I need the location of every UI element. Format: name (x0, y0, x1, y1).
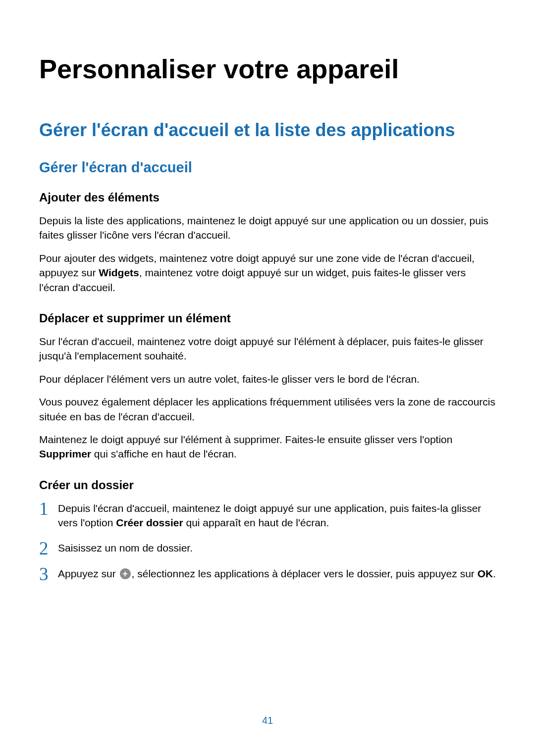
body-text: Sur l'écran d'accueil, maintenez votre d… (39, 334, 496, 363)
section-title: Gérer l'écran d'accueil et la liste des … (39, 120, 496, 141)
plus-icon (120, 568, 131, 579)
step-number: 1 (39, 496, 49, 522)
step-number: 3 (39, 561, 49, 587)
step-list: 1 Depuis l'écran d'accueil, maintenez le… (39, 501, 496, 581)
topic-ajouter: Ajouter des éléments Depuis la liste des… (39, 191, 496, 295)
text-span: Appuyez sur (58, 568, 119, 579)
topic-creer: Créer un dossier 1 Depuis l'écran d'accu… (39, 478, 496, 581)
bold-text: OK (478, 568, 493, 579)
chapter-title: Personnaliser votre appareil (39, 53, 496, 84)
step-number: 2 (39, 536, 49, 561)
text-span: Maintenez le doigt appuyé sur l'élément … (39, 434, 452, 445)
topic-title-ajouter: Ajouter des éléments (39, 191, 496, 204)
subsection-title: Gérer l'écran d'accueil (39, 159, 496, 176)
body-text: Pour ajouter des widgets, maintenez votr… (39, 251, 496, 295)
step-item-1: 1 Depuis l'écran d'accueil, maintenez le… (39, 501, 496, 530)
step-item-3: 3 Appuyez sur , sélectionnez les applica… (39, 566, 496, 581)
step-item-2: 2 Saisissez un nom de dossier. (39, 541, 496, 555)
topic-title-creer: Créer un dossier (39, 478, 496, 492)
body-text: Pour déplacer l'élément vers un autre vo… (39, 372, 496, 386)
text-span: Saisissez un nom de dossier. (58, 542, 193, 554)
text-span: qui s'affiche en haut de l'écran. (91, 448, 237, 459)
topic-deplacer: Déplacer et supprimer un élément Sur l'é… (39, 311, 496, 461)
bold-text: Supprimer (39, 448, 91, 459)
topic-title-deplacer: Déplacer et supprimer un élément (39, 311, 496, 325)
body-text: Vous pouvez également déplacer les appli… (39, 395, 496, 424)
body-text: Maintenez le doigt appuyé sur l'élément … (39, 432, 496, 461)
page-number: 41 (0, 715, 535, 726)
text-span: . (493, 568, 496, 579)
bold-text: Widgets (99, 267, 139, 278)
text-span: qui apparaît en haut de l'écran. (183, 517, 329, 528)
body-text: Depuis la liste des applications, mainte… (39, 213, 496, 243)
bold-text: Créer dossier (116, 517, 183, 528)
text-span: , sélectionnez les applications à déplac… (132, 568, 478, 579)
